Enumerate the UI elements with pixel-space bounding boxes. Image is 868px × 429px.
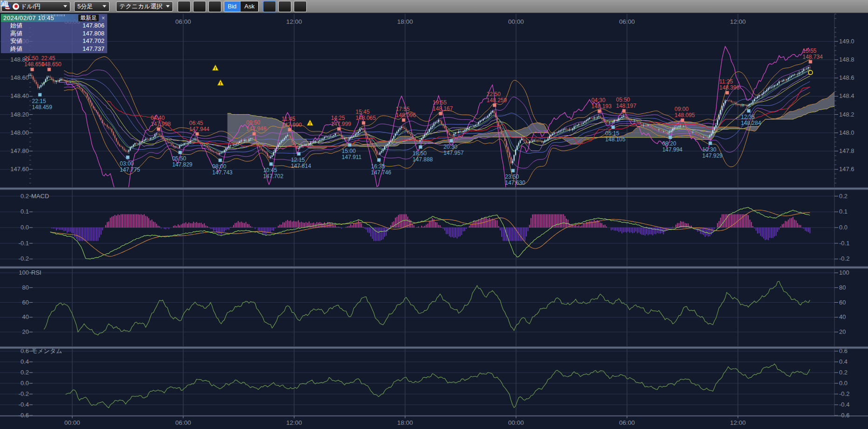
svg-text:148.105: 148.105: [605, 136, 626, 143]
latest-bar-badge: 最新足: [78, 14, 99, 21]
candlestick-view-button[interactable]: [263, 1, 276, 12]
svg-text:00:00: 00:00: [64, 419, 80, 426]
svg-text:80: 80: [22, 284, 29, 291]
technical-indicator-label: テクニカル選択: [119, 2, 163, 11]
svg-text:100: 100: [19, 269, 29, 276]
svg-text:05:15: 05:15: [605, 130, 619, 137]
scroll-range-dots[interactable]: [41, 14, 65, 16]
trading-app-window: { "toolbar": { "pair_label": "ドル/円", "ti…: [0, 0, 868, 429]
currency-pair-select[interactable]: ドル/円: [1, 1, 70, 12]
svg-text:12:35: 12:35: [741, 114, 755, 120]
svg-text:14:25: 14:25: [331, 115, 345, 121]
svg-text:18:00: 18:00: [397, 419, 413, 426]
svg-text:148.40: 148.40: [10, 92, 29, 99]
svg-text:148.197: 148.197: [616, 103, 636, 109]
zoom-in-button[interactable]: [294, 1, 307, 12]
svg-text:0.0: 0.0: [839, 380, 847, 387]
svg-text:148.193: 148.193: [592, 103, 612, 110]
svg-text:0.1: 0.1: [839, 208, 847, 215]
svg-text:148.396: 148.396: [719, 84, 740, 91]
svg-text:20: 20: [22, 328, 29, 335]
close-icon[interactable]: ×: [102, 15, 105, 21]
svg-text:148.065: 148.065: [356, 115, 376, 121]
svg-text:11:25: 11:25: [719, 78, 733, 85]
svg-text:147.994: 147.994: [662, 146, 683, 153]
ohlc-row-low: 安値 147.702: [1, 37, 107, 45]
svg-text:148.60: 148.60: [10, 74, 29, 81]
svg-text:148.284: 148.284: [741, 120, 761, 126]
svg-text:12:00: 12:00: [730, 18, 746, 25]
svg-text:18:00: 18:00: [397, 18, 413, 25]
chevron-down-icon: [63, 5, 67, 7]
svg-text:22:50: 22:50: [487, 91, 501, 97]
svg-text:147.929: 147.929: [703, 152, 723, 159]
info-button[interactable]: [193, 1, 206, 12]
svg-text:RSI: RSI: [31, 269, 41, 276]
svg-text:147.944: 147.944: [189, 126, 210, 132]
svg-text:-0.1: -0.1: [839, 240, 849, 247]
svg-text:0.0: 0.0: [21, 380, 29, 387]
svg-text:147.814: 147.814: [291, 163, 311, 169]
svg-text:22:45: 22:45: [41, 55, 55, 62]
svg-text:149.0: 149.0: [839, 38, 854, 45]
svg-text:148.259: 148.259: [487, 97, 507, 104]
ohlc-label: 高値: [10, 30, 22, 38]
ohlc-label: 終値: [10, 45, 22, 53]
svg-text:MACD: MACD: [31, 193, 49, 200]
svg-text:-0.1: -0.1: [19, 240, 29, 247]
svg-text:147.630: 147.630: [505, 180, 525, 186]
svg-text:03:00: 03:00: [120, 160, 134, 167]
ohlc-value: 147.808: [83, 30, 104, 38]
svg-text:-0.6: -0.6: [839, 412, 849, 419]
svg-text:09:00: 09:00: [675, 106, 689, 112]
ohlc-label: 安値: [10, 37, 22, 45]
ohlc-value: 147.737: [83, 45, 104, 53]
ohlc-value: 147.806: [83, 22, 104, 30]
svg-text:148.8: 148.8: [839, 56, 854, 63]
svg-text:148.2: 148.2: [839, 111, 854, 118]
chevron-down-icon: [166, 5, 170, 7]
svg-text:06:45: 06:45: [189, 120, 203, 126]
toolbar: ドル/円 5分足 テクニカル選択 Bid Ask: [0, 0, 868, 13]
svg-text:12:15: 12:15: [291, 157, 305, 163]
svg-text:148.650: 148.650: [41, 61, 62, 68]
svg-text:04:40: 04:40: [151, 115, 165, 121]
svg-text:80: 80: [839, 284, 846, 291]
chart-canvas[interactable]: 149.00149.0148.80148.8148.60148.6148.401…: [0, 0, 868, 429]
bid-button[interactable]: Bid: [224, 1, 241, 12]
svg-text:148.167: 148.167: [433, 105, 453, 112]
svg-text:04:30: 04:30: [592, 97, 606, 104]
svg-text:147.746: 147.746: [371, 169, 392, 176]
svg-text:147.957: 147.957: [443, 150, 464, 156]
svg-text:148.459: 148.459: [32, 104, 53, 111]
timeframe-select[interactable]: 5分足: [74, 1, 110, 12]
chart-style-button[interactable]: [208, 1, 221, 12]
svg-text:-0.6: -0.6: [19, 412, 29, 419]
svg-text:05:50: 05:50: [172, 155, 186, 162]
svg-text:147.990: 147.990: [282, 122, 302, 128]
svg-text:60: 60: [839, 299, 846, 306]
svg-text:0.2: 0.2: [839, 193, 847, 200]
zoom-out-button[interactable]: [278, 1, 291, 12]
svg-text:147.6: 147.6: [839, 166, 854, 173]
svg-text:148.6: 148.6: [839, 74, 854, 81]
svg-text:148.20: 148.20: [10, 111, 29, 118]
technical-indicator-button[interactable]: テクニカル選択: [116, 1, 173, 12]
svg-text:12:00: 12:00: [286, 419, 302, 426]
svg-text:19:55: 19:55: [433, 99, 447, 106]
svg-text:00:00: 00:00: [508, 419, 524, 426]
svg-text:147.8: 147.8: [839, 147, 854, 154]
ask-button[interactable]: Ask: [240, 1, 258, 12]
svg-text:16:35: 16:35: [371, 163, 385, 170]
svg-text:147.80: 147.80: [10, 147, 29, 154]
svg-text:06:00: 06:00: [619, 419, 635, 426]
svg-text:148.095: 148.095: [675, 112, 695, 118]
svg-text:17:55: 17:55: [396, 106, 410, 112]
svg-text:-0.2: -0.2: [839, 255, 849, 262]
svg-text:15:45: 15:45: [356, 109, 370, 115]
svg-text:0.2: 0.2: [21, 193, 29, 200]
draw-tool-button[interactable]: [178, 1, 191, 12]
svg-text:147.911: 147.911: [342, 154, 362, 160]
ohlc-row-high: 高値 147.808: [1, 30, 107, 38]
svg-text:0.0: 0.0: [21, 224, 29, 231]
